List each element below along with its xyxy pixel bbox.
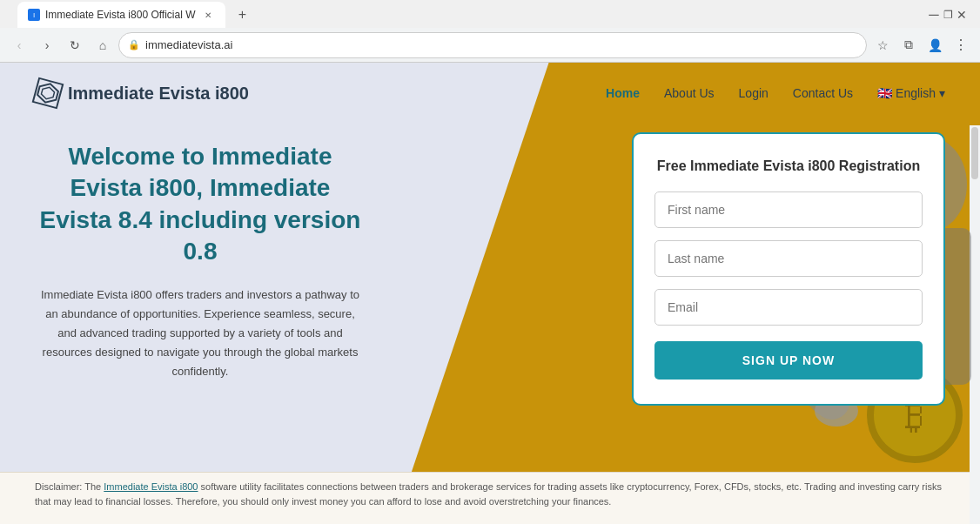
disclaimer-link[interactable]: Immediate Evista i800 <box>104 481 198 492</box>
site-logo: Immediate Evista i800 <box>35 80 249 106</box>
nav-about[interactable]: About Us <box>664 86 715 100</box>
registration-form: Free Immediate Evista i800 Registration … <box>632 132 945 406</box>
minimize-button[interactable]: ─ <box>928 9 940 21</box>
forward-button[interactable]: › <box>35 33 59 57</box>
chevron-down-icon: ▾ <box>939 86 945 100</box>
browser-toolbar: ‹ › ↻ ⌂ 🔒 immediatevista.ai ☆ ⧉ 👤 ⋮ <box>0 28 980 63</box>
logo-icon <box>32 77 64 110</box>
logo-text: Immediate Evista i800 <box>68 84 249 104</box>
nav-links: Home About Us Login Contact Us 🇬🇧 Englis… <box>606 86 945 100</box>
hero-text-section: Welcome to Immediate Evista i800, Immedi… <box>35 124 632 381</box>
active-tab[interactable]: I Immediate Evista i800 Official W ✕ <box>17 2 225 28</box>
extensions-button[interactable]: ⧉ <box>896 33 921 57</box>
hero-title: Welcome to Immediate Evista i800, Immedi… <box>35 141 366 268</box>
email-input[interactable] <box>654 289 923 326</box>
nav-contact[interactable]: Contact Us <box>793 86 853 100</box>
profile-button[interactable]: 👤 <box>923 33 947 57</box>
new-tab-button[interactable]: + <box>232 4 253 25</box>
address-bar[interactable]: 🔒 immediatevista.ai <box>118 32 867 58</box>
svg-marker-0 <box>37 82 60 105</box>
signup-button[interactable]: SIGN UP NOW <box>654 341 923 380</box>
form-title: Free Immediate Evista i800 Registration <box>654 158 923 174</box>
nav-login[interactable]: Login <box>739 86 769 100</box>
nav-home[interactable]: Home <box>606 86 640 100</box>
website-content: Immediate Evista i800 Home About Us Logi… <box>0 63 980 524</box>
site-nav: Immediate Evista i800 Home About Us Logi… <box>0 63 980 124</box>
menu-button[interactable]: ⋮ <box>949 33 973 57</box>
home-button[interactable]: ⌂ <box>91 33 115 57</box>
svg-marker-1 <box>40 85 55 100</box>
window-controls: ─ ❐ ✕ <box>928 9 968 21</box>
reload-button[interactable]: ↻ <box>63 33 87 57</box>
nav-language-selector[interactable]: 🇬🇧 English ▾ <box>877 86 945 100</box>
last-name-field <box>654 240 923 277</box>
browser-titlebar: I Immediate Evista i800 Official W ✕ + ─… <box>0 0 980 28</box>
email-field <box>654 289 923 326</box>
tab-close-button[interactable]: ✕ <box>201 8 215 22</box>
tab-favicon: I <box>28 9 40 21</box>
lang-label: English <box>896 86 936 100</box>
bookmark-button[interactable]: ☆ <box>870 33 895 57</box>
tab-title: Immediate Evista i800 Official W <box>45 9 196 21</box>
close-button[interactable]: ✕ <box>956 9 968 21</box>
flag-icon: 🇬🇧 <box>877 86 892 100</box>
lock-icon: 🔒 <box>128 39 140 50</box>
browser-chrome: I Immediate Evista i800 Official W ✕ + ─… <box>0 0 980 63</box>
disclaimer-prefix: Disclaimer: The <box>35 481 104 492</box>
hero-content: Welcome to Immediate Evista i800, Immedi… <box>0 124 980 406</box>
first-name-input[interactable] <box>654 191 923 228</box>
first-name-field <box>654 191 923 228</box>
restore-button[interactable]: ❐ <box>942 9 954 21</box>
back-button[interactable]: ‹ <box>7 33 31 57</box>
url-text: immediatevista.ai <box>145 38 857 51</box>
last-name-input[interactable] <box>654 240 923 277</box>
toolbar-actions: ☆ ⧉ 👤 ⋮ <box>870 33 973 57</box>
hero-description: Immediate Evista i800 offers traders and… <box>35 286 366 381</box>
